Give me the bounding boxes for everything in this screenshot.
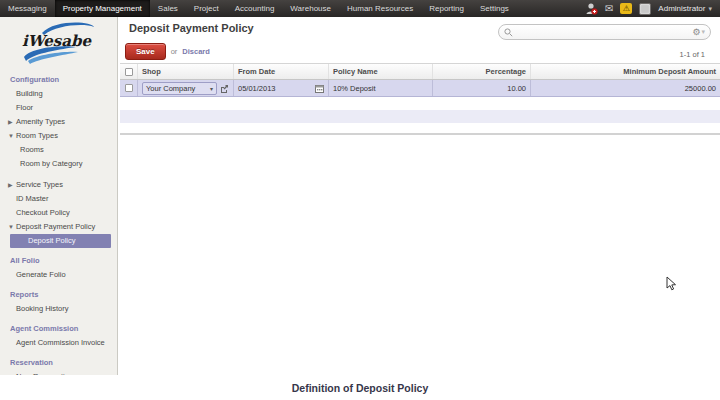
empty-row xyxy=(120,110,720,123)
sidebar-header-agent-commission: Agent Commission xyxy=(0,322,117,336)
date-input[interactable]: 05/01/2013 xyxy=(238,84,324,93)
search-box: ⚙ ▾ xyxy=(498,24,711,40)
sidebar-item-checkout-policy[interactable]: Checkout Policy xyxy=(0,206,117,220)
sidebar-item-id-master[interactable]: ID Master xyxy=(0,192,117,206)
policy-name-cell[interactable]: 10% Deposit xyxy=(329,80,433,96)
sidebar-header-all-folio: All Folio xyxy=(0,254,117,268)
discard-link[interactable]: Discard xyxy=(182,47,210,56)
chevron-down-icon: ▾ xyxy=(708,5,712,13)
sidebar-item-room-types[interactable]: ▼Room Types xyxy=(0,129,117,143)
chevron-down-icon: ▾ xyxy=(210,85,213,92)
empty-row xyxy=(120,97,720,110)
col-header-from-date[interactable]: From Date xyxy=(234,64,329,79)
top-menubar: Messaging Property Management Sales Proj… xyxy=(0,0,720,17)
chevron-down-icon: ▾ xyxy=(701,28,705,36)
menu-human-resources[interactable]: Human Resources xyxy=(339,0,421,17)
warning-icon[interactable]: ⚠ xyxy=(620,3,632,14)
menu-reporting[interactable]: Reporting xyxy=(421,0,472,17)
col-header-percentage[interactable]: Percentage xyxy=(433,64,531,79)
top-menus: Messaging Property Management Sales Proj… xyxy=(0,0,517,17)
menu-messaging[interactable]: Messaging xyxy=(0,0,55,17)
save-button[interactable]: Save xyxy=(125,43,166,60)
from-date-cell: 05/01/2013 xyxy=(234,80,329,96)
sidebar-item-label: Service Types xyxy=(16,180,63,189)
sidebar-item-deposit-policy[interactable]: Deposit Policy xyxy=(10,234,111,248)
sidebar-item-new-reservation[interactable]: New Reservation xyxy=(0,370,117,375)
pager[interactable]: 1-1 of 1 xyxy=(680,50,705,59)
app-screen: Messaging Property Management Sales Proj… xyxy=(0,0,720,400)
sidebar-item-floor[interactable]: Floor xyxy=(0,101,117,115)
figure-caption: Definition of Deposit Policy xyxy=(0,382,720,394)
sidebar-item-rooms[interactable]: Rooms xyxy=(0,143,117,157)
sidebar-item-room-by-category[interactable]: Room by Category xyxy=(0,157,117,171)
open-record-icon[interactable] xyxy=(220,84,229,93)
chevron-down-icon: ▼ xyxy=(8,129,16,143)
search-options[interactable]: ⚙ ▾ xyxy=(692,27,705,37)
sidebar-item-label: Amenity Types xyxy=(16,117,65,126)
topbar-right: ✉ ⚠ Administrator ▾ xyxy=(585,2,720,15)
search-input[interactable] xyxy=(516,26,692,38)
row-select-cell xyxy=(120,80,138,96)
percentage-cell[interactable]: 10.00 xyxy=(433,80,531,96)
select-all-checkbox[interactable] xyxy=(125,68,133,76)
sidebar-item-agent-commission-invoice[interactable]: Agent Commission Invoice xyxy=(0,336,117,350)
user-notifications-icon[interactable] xyxy=(585,2,598,15)
select-all-cell xyxy=(120,64,138,79)
row-checkbox[interactable] xyxy=(125,84,133,92)
calendar-icon[interactable] xyxy=(315,84,324,93)
sidebar: iWesabe Configuration Building Floor ▶Am… xyxy=(0,17,118,375)
menu-settings[interactable]: Settings xyxy=(472,0,517,17)
sidebar-header-reports: Reports xyxy=(0,288,117,302)
logo: iWesabe xyxy=(0,21,117,65)
sidebar-item-service-types[interactable]: ▶Service Types xyxy=(0,178,117,192)
chevron-right-icon: ▶ xyxy=(8,115,16,129)
app-body: iWesabe Configuration Building Floor ▶Am… xyxy=(0,17,720,375)
min-deposit-cell[interactable]: 25000.00 xyxy=(531,80,720,96)
or-label: or xyxy=(171,47,178,56)
logo-text: iWesabe xyxy=(22,32,91,50)
edit-actions: Save or Discard xyxy=(125,43,210,60)
col-header-policy-name[interactable]: Policy Name xyxy=(329,64,433,79)
table-header-row: Shop From Date Policy Name Percentage Mi… xyxy=(120,64,720,80)
shop-select[interactable]: Your Company ▾ xyxy=(142,82,217,95)
menu-sales[interactable]: Sales xyxy=(150,0,186,17)
deposit-policy-table: Shop From Date Policy Name Percentage Mi… xyxy=(120,63,720,135)
sidebar-item-deposit-payment-policy[interactable]: ▼Deposit Payment Policy xyxy=(0,220,117,234)
gear-icon: ⚙ xyxy=(692,27,700,37)
messages-envelope-icon[interactable]: ✉ xyxy=(605,2,613,15)
date-value: 05/01/2013 xyxy=(238,84,276,93)
user-menu[interactable]: Administrator ▾ xyxy=(658,4,712,13)
col-header-shop[interactable]: Shop xyxy=(138,64,234,79)
sidebar-item-amenity-types[interactable]: ▶Amenity Types xyxy=(0,115,117,129)
user-avatar[interactable] xyxy=(639,3,651,15)
table-row: Your Company ▾ 05/01/2013 xyxy=(120,80,720,97)
col-header-min-deposit[interactable]: Minimum Deposit Amount xyxy=(531,64,720,79)
sidebar-item-label: Deposit Payment Policy xyxy=(16,222,95,231)
chevron-down-icon: ▼ xyxy=(8,220,16,234)
sidebar-item-generate-folio[interactable]: Generate Folio xyxy=(0,268,117,282)
empty-row xyxy=(120,123,720,135)
chevron-right-icon: ▶ xyxy=(8,178,16,192)
search-icon xyxy=(504,28,513,37)
sidebar-header-reservation: Reservation xyxy=(0,356,117,370)
sidebar-item-building[interactable]: Building xyxy=(0,87,117,101)
menu-accounting[interactable]: Accounting xyxy=(227,0,283,17)
sidebar-item-label: Room Types xyxy=(16,131,58,140)
sidebar-header-configuration: Configuration xyxy=(0,73,117,87)
shop-value: Your Company xyxy=(146,84,195,93)
page-title: Deposit Payment Policy xyxy=(129,22,254,34)
sidebar-nav: Configuration Building Floor ▶Amenity Ty… xyxy=(0,73,117,375)
menu-project[interactable]: Project xyxy=(186,0,227,17)
shop-cell: Your Company ▾ xyxy=(138,80,234,96)
menu-warehouse[interactable]: Warehouse xyxy=(282,0,339,17)
mouse-cursor xyxy=(666,276,677,291)
sidebar-item-booking-history[interactable]: Booking History xyxy=(0,302,117,316)
main-content: Deposit Payment Policy ⚙ ▾ Save or Disca… xyxy=(119,17,720,375)
user-name: Administrator xyxy=(658,4,705,13)
menu-property-management[interactable]: Property Management xyxy=(55,0,150,17)
